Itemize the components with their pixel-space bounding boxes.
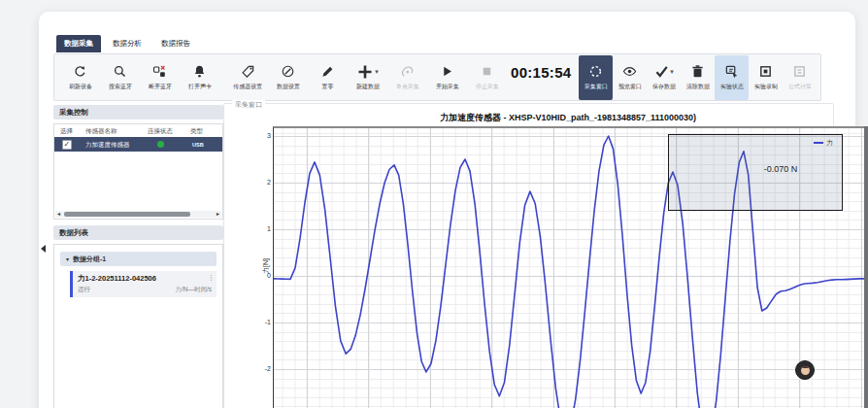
- dashed-circle-icon: [588, 64, 603, 80]
- toolbar-label: 开始采集: [436, 83, 459, 90]
- toolbar-label: 数据设置: [277, 83, 300, 90]
- data-list-title: 数据列表: [53, 225, 223, 240]
- avatar-face-icon: [801, 366, 810, 375]
- toolbar-label: 置零: [322, 83, 334, 90]
- toolbar-label: 实验录制: [754, 83, 778, 90]
- toolbar-label: 搜索蓝牙: [109, 83, 132, 90]
- y-axis-tick: 3: [257, 132, 271, 139]
- zero-button[interactable]: 置零: [308, 57, 348, 98]
- tab-data-acquisition[interactable]: 数据采集: [56, 35, 101, 52]
- y-axis-tick: 0: [257, 272, 271, 279]
- save-data-button[interactable]: ▾ 保存数据: [647, 57, 681, 98]
- pen-icon: [320, 64, 335, 80]
- disconnect-bluetooth-button[interactable]: 断开蓝牙: [140, 57, 180, 98]
- acquisition-timer: 00:15:54: [511, 64, 571, 81]
- data-group-label: 数据分组-1: [73, 255, 106, 264]
- main-tabbar: 数据采集 数据分析 数据报告: [56, 35, 198, 52]
- y-axis-tick: -1: [257, 319, 271, 325]
- collect-window-panel: 采集窗口 力加速度传感器 - XHSP-V10HID_path_-1981348…: [223, 103, 834, 408]
- refresh-icon: [73, 64, 87, 80]
- record-square-icon: [758, 64, 773, 80]
- cursor-value-annotation: -0.070 N: [727, 164, 834, 174]
- refresh-device-button[interactable]: 刷新设备: [60, 57, 100, 98]
- toolbar-label: 公式计算: [788, 83, 812, 90]
- sensor-settings-button[interactable]: 传感器设置: [228, 57, 268, 98]
- collection-control-panel: 采集控制 选择 传感器名称 连接状态 类型 力加速度传感器 USB ◂ ▸: [53, 105, 223, 220]
- y-axis-tick: 1: [257, 225, 271, 232]
- toolbar-label: 清除数据: [686, 83, 710, 90]
- toolbar-label: 单点采集: [396, 83, 419, 90]
- sensor-checkbox[interactable]: [62, 140, 72, 150]
- toolbar-label: 打开声卡: [188, 83, 212, 90]
- scroll-right-icon[interactable]: ▸: [217, 211, 219, 218]
- data-item-title: 力1-2-20251112-042506: [78, 274, 212, 284]
- stop-icon: [480, 64, 494, 80]
- col-select: 选择: [60, 127, 73, 136]
- collection-control-title: 采集控制: [53, 105, 223, 119]
- collect-window-panel-label: 采集窗口: [232, 100, 265, 110]
- start-collect-button[interactable]: 开始采集: [427, 57, 467, 98]
- chart-title: 力加速度传感器 - XHSP-V10HID_path_-1981348857_1…: [273, 112, 863, 124]
- horizontal-scrollbar[interactable]: ◂ ▸: [55, 211, 221, 218]
- tab-data-analysis[interactable]: 数据分析: [105, 35, 150, 52]
- experiment-status-button[interactable]: 实验状态: [715, 55, 749, 100]
- claw-icon: [400, 64, 415, 80]
- tab-data-report[interactable]: 数据报告: [153, 35, 198, 52]
- open-soundcard-button[interactable]: 打开声卡: [180, 57, 219, 98]
- play-icon: [440, 64, 454, 80]
- toolbar-label: 保存数据: [652, 83, 676, 90]
- col-type: 类型: [190, 127, 203, 136]
- scrollbar-thumb[interactable]: [864, 126, 868, 408]
- col-sensor-name: 传感器名称: [85, 127, 117, 136]
- legend-series-label: 力: [826, 138, 833, 148]
- toolbar-label: 传感器设置: [234, 83, 263, 90]
- vertical-scrollbar[interactable]: [864, 126, 868, 408]
- single-point-collect-button[interactable]: 单点采集: [387, 57, 427, 98]
- data-item-status: 运行: [78, 286, 90, 294]
- assistant-avatar-button[interactable]: [795, 360, 815, 380]
- scroll-left-icon[interactable]: ◂: [57, 211, 60, 218]
- panel-collapse-arrow[interactable]: [41, 245, 46, 253]
- sensor-table-header: 选择 传感器名称 连接状态 类型: [54, 124, 222, 137]
- y-axis-tick: 2: [257, 179, 271, 186]
- status-dot: [157, 141, 164, 148]
- collect-window-button[interactable]: 采集窗口: [579, 55, 613, 100]
- sensor-table: 选择 传感器名称 连接状态 类型 力加速度传感器 USB ◂ ▸: [53, 123, 223, 220]
- toolbar-label: 断开蓝牙: [149, 83, 172, 90]
- data-item-axes: 力/N—时间/s: [175, 286, 212, 294]
- table-row[interactable]: 力加速度传感器 USB: [54, 137, 222, 152]
- chart-legend: 力: [814, 138, 833, 148]
- list-item[interactable]: 力1-2-20251112-042506 运行 力/N—时间/s ⋮: [70, 271, 217, 297]
- preview-window-button[interactable]: 预览窗口: [613, 57, 647, 98]
- data-group-header[interactable]: ▾ 数据分组-1: [60, 252, 217, 266]
- sensor-name: 力加速度传感器: [85, 141, 130, 150]
- new-data-button[interactable]: ▾ 新建数据: [348, 57, 387, 98]
- search-icon: [113, 64, 127, 80]
- scrollbar-thumb[interactable]: [64, 212, 190, 217]
- experiment-record-button[interactable]: 实验录制: [749, 57, 783, 98]
- toolbar-label: 新建数据: [356, 83, 380, 90]
- toolbar-label: 实验状态: [720, 83, 744, 90]
- trash-icon: [690, 64, 705, 80]
- sensor-type: USB: [192, 142, 204, 148]
- chevron-down-icon[interactable]: ▾: [670, 69, 674, 75]
- toolbar-label: 停止采集: [476, 83, 499, 90]
- formula-calc-button[interactable]: 公式计算: [783, 57, 817, 98]
- col-connection-status: 连接状态: [148, 127, 173, 136]
- toolbar: 刷新设备 搜索蓝牙 断开蓝牙 打开声卡 传感器设置 数据设置 置零 ▾: [53, 53, 821, 101]
- chart-plot-area[interactable]: 力[N] -0.070 N 力 3210-1-2: [273, 126, 864, 408]
- stop-collect-button[interactable]: 停止采集: [467, 57, 507, 98]
- chevron-down-icon[interactable]: ▾: [375, 69, 379, 75]
- data-list-body: ▾ 数据分组-1 力1-2-20251112-042506 运行 力/N—时间/…: [53, 244, 223, 408]
- search-bluetooth-button[interactable]: 搜索蓝牙: [100, 57, 140, 98]
- chevron-down-icon: ▾: [66, 255, 69, 262]
- data-settings-button[interactable]: 数据设置: [268, 57, 308, 98]
- data-list-panel: 数据列表 ▾ 数据分组-1 力1-2-20251112-042506 运行 力/…: [53, 225, 223, 408]
- bell-icon: [192, 64, 207, 80]
- plus-icon: ▾: [356, 64, 379, 80]
- y-axis-tick: -2: [257, 365, 271, 372]
- toolbar-label: 刷新设备: [69, 83, 92, 90]
- clear-data-button[interactable]: 清除数据: [681, 57, 715, 98]
- kebab-menu-icon[interactable]: ⋮: [208, 274, 215, 282]
- bluetooth-disconnect-icon: [152, 64, 167, 80]
